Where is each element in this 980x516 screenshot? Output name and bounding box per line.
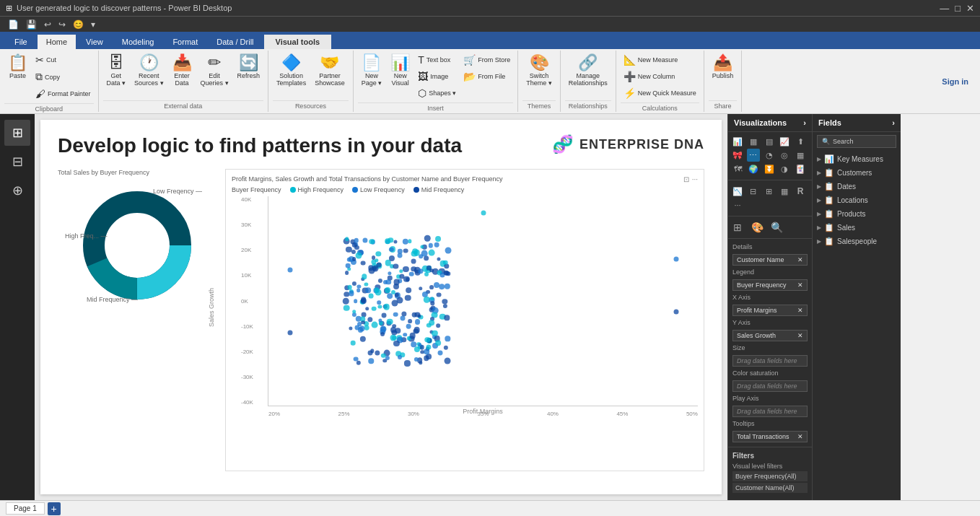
solution-templates-button[interactable]: 🔷 SolutionTemplates xyxy=(273,52,310,89)
scatter-maximize-btn[interactable]: ⊡ xyxy=(683,175,689,183)
new-quick-measure-button[interactable]: ⚡ New Quick Measure xyxy=(621,85,699,101)
add-page-button[interactable]: + xyxy=(48,502,61,515)
fields-expand-icon[interactable]: › xyxy=(892,118,895,127)
fields-search-box[interactable]: 🔍 Search xyxy=(817,135,896,148)
page-1-tab[interactable]: Page 1 xyxy=(6,502,45,515)
viz-card-btn[interactable]: 🃏 xyxy=(794,162,807,175)
viz-scatter-btn active[interactable]: ⋯ xyxy=(747,149,760,162)
close-btn[interactable]: ✕ xyxy=(966,3,974,14)
field-group-header-sales[interactable]: ▶ 📋 Sales xyxy=(813,221,901,235)
new-visual-button[interactable]: 📊 NewVisual xyxy=(387,52,414,89)
field-group-header-salespeople[interactable]: ▶ 📋 Salespeople xyxy=(813,235,901,248)
viz-donut-btn[interactable]: ◎ xyxy=(778,149,791,162)
qa-dropdown-btn[interactable]: ▾ xyxy=(89,19,97,30)
tab-view[interactable]: View xyxy=(77,35,112,49)
file-menu-btn[interactable]: 📄 xyxy=(6,19,21,30)
viz-fields-btn[interactable]: ⊞ xyxy=(731,221,744,234)
viz-bar-cluster-btn[interactable]: ▤ xyxy=(763,135,776,148)
save-btn[interactable]: 💾 xyxy=(24,19,39,30)
field-group-salespeople[interactable]: ▶ 📋 Salespeople xyxy=(813,235,901,248)
maximize-btn[interactable]: □ xyxy=(955,3,961,14)
viz-pie-btn[interactable]: ◔ xyxy=(763,149,776,162)
format-painter-button[interactable]: 🖌 Format Painter xyxy=(32,86,94,102)
viz-gauge-btn[interactable]: ◑ xyxy=(778,162,791,175)
title-bar-controls[interactable]: — □ ✕ xyxy=(940,3,974,14)
viz-line-chart-btn[interactable]: 📈 xyxy=(778,135,791,148)
get-data-button[interactable]: 🗄 GetData ▾ xyxy=(103,52,130,89)
enter-data-button[interactable]: 📥 EnterData xyxy=(169,52,196,89)
sidebar-report-icon[interactable]: ⊞ xyxy=(4,120,30,146)
viz-funnel-btn[interactable]: ⏬ xyxy=(763,162,776,175)
viz-xaxis-value[interactable]: Profit Margins ✕ xyxy=(732,305,808,316)
scatter-menu-btn[interactable]: ··· xyxy=(692,175,698,183)
field-group-customers[interactable]: ▶ 📋 Customers xyxy=(813,166,901,180)
redo-btn[interactable]: ↪ xyxy=(56,19,68,30)
tab-file[interactable]: File xyxy=(6,35,36,49)
from-store-button[interactable]: 🛒 From Store xyxy=(460,52,513,68)
image-button[interactable]: 🖼 Image xyxy=(415,69,459,84)
field-group-header-locations[interactable]: ▶ 📋 Locations xyxy=(813,193,901,207)
field-group-key-measures[interactable]: ▶ 📊 Key Measures xyxy=(813,152,901,166)
viz-matrix-btn[interactable]: ▦ xyxy=(778,185,791,198)
viz-format-btn[interactable]: 🎨 xyxy=(751,221,764,234)
filter-customer-name[interactable]: Customer Name(All) xyxy=(732,483,808,493)
tab-home[interactable]: Home xyxy=(38,35,76,49)
refresh-button[interactable]: 🔄 Refresh xyxy=(234,52,264,82)
viz-size-placeholder[interactable]: Drag data fields here xyxy=(732,355,808,367)
tab-data-drill[interactable]: Data / Drill xyxy=(208,35,262,49)
new-column-button[interactable]: ➕ New Column xyxy=(621,69,699,84)
switch-theme-button[interactable]: 🎨 SwitchTheme ▾ xyxy=(522,52,556,89)
viz-play-axis-placeholder[interactable]: Drag data fields here xyxy=(732,406,808,417)
field-group-header-customers[interactable]: ▶ 📋 Customers xyxy=(813,166,901,180)
field-group-sales[interactable]: ▶ 📋 Sales xyxy=(813,221,901,235)
sign-in-button[interactable]: Sign in xyxy=(930,51,980,112)
viz-analytics-btn[interactable]: 🔍 xyxy=(771,221,784,234)
partner-showcase-button[interactable]: 🤝 PartnerShowcase xyxy=(311,52,349,89)
viz-map-btn[interactable]: 🗺 xyxy=(731,162,744,175)
viz-stacked-bar-btn[interactable]: ▦ xyxy=(747,135,760,148)
sidebar-data-icon[interactable]: ⊟ xyxy=(4,149,30,175)
viz-r-btn[interactable]: R xyxy=(794,185,807,198)
tab-modeling[interactable]: Modeling xyxy=(113,35,163,49)
viz-yaxis-value[interactable]: Sales Growth ✕ xyxy=(732,330,808,341)
paste-button[interactable]: 📋 Paste xyxy=(4,52,31,82)
minimize-btn[interactable]: — xyxy=(940,3,949,14)
field-group-header-key-measures[interactable]: ▶ 📊 Key Measures xyxy=(813,152,901,166)
viz-ribbon-btn[interactable]: 🎀 xyxy=(731,149,744,162)
field-group-header-products[interactable]: ▶ 📋 Products xyxy=(813,207,901,221)
text-box-button[interactable]: T Text box xyxy=(415,52,459,68)
viz-tooltips-value[interactable]: Total Transactions ✕ xyxy=(732,431,808,442)
field-group-dates[interactable]: ▶ 📋 Dates xyxy=(813,180,901,193)
new-measure-button[interactable]: 📐 New Measure xyxy=(621,52,699,68)
new-page-button[interactable]: 📄 NewPage ▾ xyxy=(358,52,386,89)
viz-color-placeholder[interactable]: Drag data fields here xyxy=(732,380,808,392)
manage-relationships-button[interactable]: 🔗 ManageRelationships xyxy=(565,52,611,89)
viz-bar-chart-btn[interactable]: 📊 xyxy=(731,135,744,148)
recent-sources-button[interactable]: 🕐 RecentSources ▾ xyxy=(131,52,167,89)
viz-table-btn[interactable]: ⊞ xyxy=(763,185,776,198)
viz-filled-map-btn[interactable]: 🌍 xyxy=(747,162,760,175)
viz-slicer-btn[interactable]: ⊟ xyxy=(747,185,760,198)
viz-kpi-btn[interactable]: 📉 xyxy=(731,185,744,198)
tab-visual-tools[interactable]: Visual tools xyxy=(264,33,332,49)
shapes-button[interactable]: ⬡ Shapes ▾ xyxy=(415,85,459,101)
from-file-button[interactable]: 📂 From File xyxy=(460,69,513,84)
viz-details-value[interactable]: Customer Name ✕ xyxy=(732,254,808,266)
viz-area-chart-btn[interactable]: ⬆ xyxy=(794,135,807,148)
tab-format[interactable]: Format xyxy=(164,35,206,49)
viz-treemap-btn[interactable]: ▦ xyxy=(794,149,807,162)
publish-button[interactable]: 📤 Publish xyxy=(709,52,738,82)
edit-queries-button[interactable]: ✏ EditQueries ▾ xyxy=(197,52,232,89)
copy-button[interactable]: ⧉ Copy xyxy=(32,69,94,85)
field-group-products[interactable]: ▶ 📋 Products xyxy=(813,207,901,221)
field-group-header-dates[interactable]: ▶ 📋 Dates xyxy=(813,180,901,193)
filter-buyer-freq[interactable]: Buyer Frequency(All) xyxy=(732,471,808,481)
undo-btn[interactable]: ↩ xyxy=(42,19,53,30)
viz-expand-icon[interactable]: › xyxy=(803,118,806,127)
emoji-btn[interactable]: 😊 xyxy=(71,19,86,30)
sidebar-model-icon[interactable]: ⊕ xyxy=(4,178,30,204)
viz-more-btn[interactable]: ··· xyxy=(731,198,744,211)
cut-button[interactable]: ✂ Cut xyxy=(32,52,94,68)
viz-legend-value[interactable]: Buyer Frequency ✕ xyxy=(732,279,808,291)
field-group-locations[interactable]: ▶ 📋 Locations xyxy=(813,193,901,207)
